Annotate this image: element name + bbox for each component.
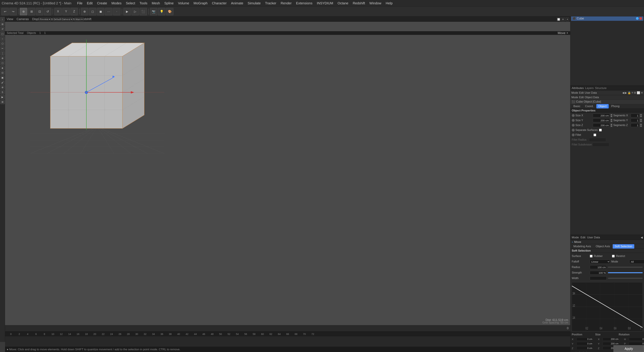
left-poly[interactable]: ⬡ [0,41,5,46]
left-scale[interactable]: ⊞ [0,22,5,26]
snapping-btn[interactable]: ⊕ [81,8,88,15]
size-y-down[interactable]: ▼ [610,120,613,122]
left-fill[interactable]: ▣ [0,75,5,80]
left-knife[interactable]: ✂ [0,46,5,51]
y-axis[interactable]: Y [62,8,70,15]
modeling-axis-tab[interactable]: Modeling Axis [572,244,593,249]
menu-spline[interactable]: Spline [162,1,176,6]
ss-width-input[interactable] [590,276,606,280]
move-userdata-btn[interactable]: User Data [587,236,600,239]
preview-dropdown[interactable]: Preview ▾ [38,17,51,21]
ss-surface-check[interactable] [590,255,592,258]
attr-edit-btn[interactable]: Edit [579,91,584,94]
menu-insydium[interactable]: INSYDIUM [315,1,335,6]
ss-mode-select[interactable]: All [630,260,644,264]
light-btn[interactable]: 💡 [158,8,165,15]
left-paint[interactable]: 🖌 [0,80,5,85]
rot-h[interactable] [629,338,644,341]
move-tool[interactable]: ⊞ [28,8,35,15]
seg-x-up[interactable]: ▲ [640,114,642,115]
attr-filter[interactable]: ≡ [632,91,633,94]
ss-strength-input[interactable] [590,271,606,275]
menu-modes[interactable]: Modes [109,1,124,6]
select-tool[interactable]: ⊕ [20,8,27,15]
attr-tab-main[interactable]: Attributes [572,86,584,90]
seg-y-up[interactable]: ▲ [640,119,642,120]
point-mode[interactable]: · [113,8,120,15]
left-bevel[interactable]: ◈ [0,66,5,70]
menu-help[interactable]: Help [384,1,394,6]
rotate-tool[interactable]: ↺ [44,8,51,15]
vp-view-btn[interactable]: View [7,17,13,21]
menu-octane[interactable]: Octane [336,1,350,6]
menu-mograph[interactable]: MoGraph [192,1,210,6]
inner-mode-btn[interactable]: Mode [572,96,578,99]
left-rotate[interactable]: ↺ [0,27,5,31]
seg-x-down[interactable]: ▼ [640,116,642,117]
size-z-input[interactable] [593,123,610,127]
obj-mode[interactable]: ◻ [89,8,96,15]
seg-z-down[interactable]: ▼ [640,125,642,127]
render-btn[interactable]: ▶ [124,8,131,15]
tree-item-cube[interactable]: ⬛ Cube [571,16,643,21]
attr-basic[interactable]: Basic [572,104,582,108]
ss-radius-input[interactable] [590,265,606,269]
sep-surf-check[interactable] [599,129,602,131]
camera-dropdown[interactable]: Default Camera ▾ [52,17,73,21]
scale-tool[interactable]: ⊡ [36,8,43,15]
fillet-check[interactable] [594,134,596,136]
pos-x[interactable] [576,338,593,341]
left-extrude[interactable]: ⬡ [0,61,5,65]
inner-edit-btn[interactable]: Edit [579,96,584,99]
seg-x-input[interactable] [631,114,639,117]
move-nav-back[interactable]: ◀ [641,236,643,239]
main-dropdown[interactable]: Main ▾ [74,17,84,21]
fillet-radius-input[interactable] [589,138,606,142]
ss-width-slider[interactable] [608,278,643,279]
menu-extensions[interactable]: Extensions [294,1,314,6]
menu-tools[interactable]: Tools [138,1,150,6]
size-x-input[interactable] [593,114,610,117]
material-btn[interactable]: 🎨 [166,8,174,15]
seg-z-up[interactable]: ▲ [640,123,642,125]
object-axis-tab[interactable]: Object Axis [594,244,612,249]
ss-falloff-select[interactable]: Linear [590,260,610,264]
left-lasso[interactable]: ○ [0,36,5,41]
menu-edit[interactable]: Edit [85,1,94,6]
attr-settings[interactable]: ⚙ [634,91,636,94]
size-z-up[interactable]: ▲ [610,123,613,125]
vp-close[interactable]: ✕ [566,17,569,21]
left-select[interactable]: ▢ [0,32,5,36]
attr-userdata-btn[interactable]: User Data [585,91,597,94]
menu-animate[interactable]: Animate [229,1,245,6]
attr-tab-layers[interactable]: Layers [585,86,594,90]
menu-select[interactable]: Select [124,1,137,6]
seg-y-down[interactable]: ▼ [640,120,642,122]
left-weld[interactable]: ⊕ [0,56,5,60]
attr-nav-fwd[interactable]: ▶ [625,91,627,94]
attr-close[interactable]: ✕ [641,91,643,94]
left-spline-tool[interactable]: S [0,90,5,94]
attr-tab-structure[interactable]: Structure [595,86,606,90]
move-edit-btn[interactable]: Edit [580,236,586,239]
soft-selection-tab[interactable]: Soft Selection [613,244,634,249]
menu-window[interactable]: Window [368,1,384,6]
size-y-input[interactable] [593,118,610,122]
move-mode-btn[interactable]: Mode [572,236,579,239]
vp-cameras-btn[interactable]: Cameras [16,17,29,21]
menu-file[interactable]: File [75,1,84,6]
size-z-down[interactable]: ▼ [610,125,613,127]
menu-mesh[interactable]: Mesh [150,1,162,6]
menu-volume[interactable]: Volume [176,1,191,6]
edge-mode[interactable]: ⋯ [105,8,112,15]
attr-phong[interactable]: Phong [609,104,622,108]
apply-button[interactable]: Apply [614,345,644,352]
poly-mode[interactable]: ◼ [97,8,104,15]
z-axis[interactable]: Z [70,8,78,15]
inner-objdata-btn[interactable]: Object Data [585,96,599,99]
fillet-subdiv-input[interactable] [592,143,609,146]
attr-lock[interactable]: 🔒 [628,91,631,94]
ss-rubber-check[interactable] [612,255,615,258]
ss-strength-slider[interactable] [608,272,643,273]
size-x-up[interactable]: ▲ [610,114,613,115]
